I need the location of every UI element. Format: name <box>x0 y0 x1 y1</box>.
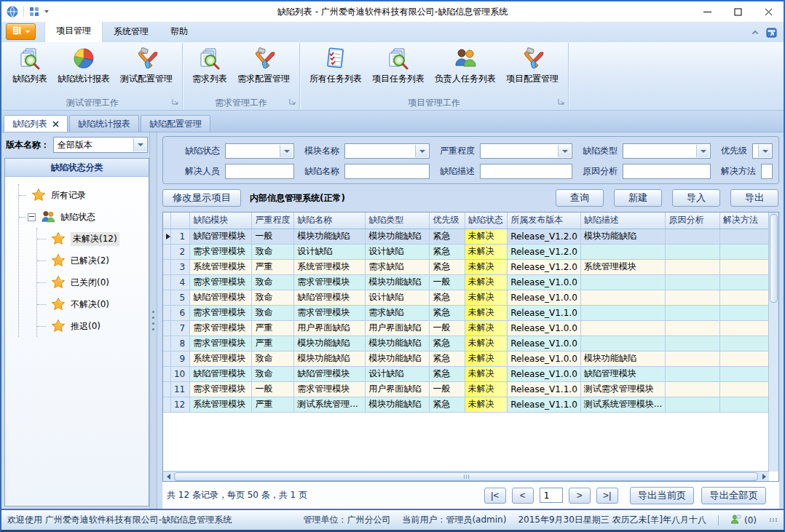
cell-name[interactable]: 缺陷管理模块 <box>294 290 366 305</box>
filter-combo-dropdown-button[interactable] <box>696 145 709 157</box>
cell-priority[interactable]: 紧急 <box>430 336 465 351</box>
cell-module[interactable]: 系统管理模块 <box>190 397 252 412</box>
cell-solution[interactable] <box>720 244 769 259</box>
cell-desc[interactable] <box>580 274 666 290</box>
export-current-page-button[interactable]: 导出当前页 <box>630 487 695 504</box>
close-tab-icon[interactable] <box>52 121 59 127</box>
cell-release[interactable]: Release_V1.1.0 <box>508 381 581 397</box>
cell-desc[interactable]: 测试需求管理模块 <box>580 381 666 397</box>
cell-severity[interactable]: 一般 <box>252 229 294 244</box>
row-selector-cell[interactable] <box>163 336 170 351</box>
cell-desc[interactable] <box>580 290 666 305</box>
cell-severity[interactable]: 致命 <box>252 366 294 381</box>
table-row[interactable]: 7需求管理模块严重用户界面缺陷用户界面缺陷一般未解决Release_V1.0.0 <box>163 320 769 336</box>
row-selector-cell[interactable] <box>163 351 170 366</box>
cell-priority[interactable]: 一般 <box>430 274 465 290</box>
cell-name[interactable]: 模块功能缺陷 <box>294 336 366 351</box>
cell-type[interactable]: 用户界面缺陷 <box>366 320 430 336</box>
resize-grip[interactable] <box>770 518 778 522</box>
grid-header-severity[interactable]: 严重程度 <box>252 213 294 229</box>
cell-status[interactable]: 未解决 <box>465 397 507 412</box>
version-combo-dropdown-button[interactable] <box>133 138 146 151</box>
grid-header-solution[interactable]: 解决方法 <box>720 213 769 229</box>
tree-item-2[interactable]: 缺陷状态 <box>19 206 146 228</box>
cell-type[interactable]: 模块功能缺陷 <box>366 397 430 412</box>
cell-solution[interactable] <box>720 290 769 305</box>
table-row[interactable]: 1缺陷管理模块一般模块功能缺陷模块功能缺陷紧急未解决Release_V1.2.0… <box>163 229 769 244</box>
cell-release[interactable]: Release_V1.0.0 <box>508 290 581 305</box>
filter-combo[interactable] <box>480 143 572 159</box>
cell-name[interactable]: 模块功能缺陷 <box>294 229 366 244</box>
cell-severity[interactable]: 严重 <box>252 320 294 336</box>
cell-module[interactable]: 需求管理模块 <box>190 244 252 259</box>
tree-item-4[interactable]: 已解决(2) <box>37 250 146 271</box>
cell-reason[interactable] <box>666 366 720 381</box>
filter-input[interactable] <box>344 164 430 179</box>
filter-text-input[interactable] <box>481 164 572 178</box>
table-row[interactable]: 11需求管理模块一般需求管理模块用户界面缺陷一般未解决Release_V1.1.… <box>163 381 769 397</box>
tree-item-3[interactable]: 未解决(12) <box>37 228 146 250</box>
vertical-scrollbar-thumb[interactable] <box>770 214 778 303</box>
cell-priority[interactable]: 一般 <box>430 320 465 336</box>
cell-status[interactable]: 未解决 <box>465 381 507 397</box>
maximize-button[interactable] <box>722 2 753 22</box>
grid-header-release[interactable]: 所属发布版本 <box>508 213 581 229</box>
quick-access-grid-icon[interactable] <box>29 7 39 17</box>
modify-display-items-button[interactable]: 修改显示项目 <box>162 189 241 207</box>
grid-header-priority[interactable]: 优先级 <box>430 213 465 229</box>
cell-priority[interactable]: 紧急 <box>430 366 465 381</box>
table-row[interactable]: 8需求管理模块严重模块功能缺陷模块功能缺陷紧急未解决Release_V1.0.0 <box>163 336 769 351</box>
cell-module[interactable]: 需求管理模块 <box>190 305 252 320</box>
dialog-launcher-icon[interactable] <box>558 97 564 107</box>
ribbon-tab-3[interactable]: 帮助 <box>159 22 199 42</box>
cell-release[interactable]: Release_V1.2.0 <box>508 259 581 274</box>
vertical-scrollbar[interactable] <box>768 213 778 472</box>
cell-release[interactable]: Release_V1.1.0 <box>508 397 581 412</box>
cell-desc[interactable]: 模块功能缺陷 <box>580 229 666 244</box>
grid-header-reason[interactable]: 原因分析 <box>666 213 720 229</box>
grid-header-name[interactable]: 缺陷名称 <box>294 213 366 229</box>
cell-severity[interactable]: 严重 <box>252 336 294 351</box>
filter-combo-dropdown-button[interactable] <box>280 145 293 157</box>
cell-type[interactable]: 设计缺陷 <box>366 244 430 259</box>
collapse-minus-icon[interactable] <box>28 213 36 221</box>
row-selector-cell[interactable] <box>163 320 170 336</box>
minimize-button[interactable] <box>692 2 722 22</box>
cell-release[interactable]: Release_V1.1.0 <box>508 305 581 320</box>
collapse-ribbon-chevron-icon[interactable] <box>752 29 759 36</box>
cell-reason[interactable] <box>666 305 720 320</box>
cell-status[interactable]: 未解决 <box>465 336 507 351</box>
cell-type[interactable]: 设计缺陷 <box>366 290 430 305</box>
table-row[interactable]: 12系统管理模块严重测试系统管理...模块功能缺陷紧急未解决Release_V1… <box>163 397 769 412</box>
filter-combo[interactable] <box>752 143 773 159</box>
filter-input[interactable] <box>761 164 773 179</box>
cell-module[interactable]: 需求管理模块 <box>190 336 252 351</box>
prev-page-button[interactable]: < <box>512 488 534 504</box>
scroll-left-arrow-icon[interactable] <box>163 472 173 481</box>
cell-solution[interactable] <box>720 366 769 381</box>
row-selector-cell[interactable] <box>163 381 170 397</box>
new-button[interactable]: 新建 <box>614 189 662 207</box>
cell-name[interactable]: 需求管理模块 <box>294 274 366 290</box>
row-selector-cell[interactable] <box>163 366 170 381</box>
cell-type[interactable]: 用户界面缺陷 <box>366 381 430 397</box>
cell-priority[interactable]: 紧急 <box>430 305 465 320</box>
cell-type[interactable]: 模块功能缺陷 <box>366 274 430 290</box>
cell-severity[interactable]: 致命 <box>252 244 294 259</box>
cell-solution[interactable] <box>720 397 769 412</box>
cell-reason[interactable] <box>666 397 720 412</box>
cell-desc[interactable] <box>580 305 666 320</box>
cell-reason[interactable] <box>666 259 720 274</box>
cell-desc[interactable]: 缺陷管理模块 <box>580 366 666 381</box>
row-selector-cell[interactable] <box>163 305 170 320</box>
cell-solution[interactable] <box>720 259 769 274</box>
cell-reason[interactable] <box>666 229 720 244</box>
cell-release[interactable]: Release_V1.0.0 <box>508 366 581 381</box>
ribbon-button[interactable]: 测试配置管理 <box>115 44 178 96</box>
filter-text-input[interactable] <box>345 164 429 178</box>
cell-name[interactable]: 需求管理模块 <box>294 381 366 397</box>
table-row[interactable]: 9系统管理模块致命模块功能缺陷模块功能缺陷紧急未解决Release_V1.0.0… <box>163 351 769 366</box>
cell-type[interactable]: 模块功能缺陷 <box>366 336 430 351</box>
cell-reason[interactable] <box>666 244 720 259</box>
ribbon-button[interactable]: 需求列表 <box>187 44 232 96</box>
